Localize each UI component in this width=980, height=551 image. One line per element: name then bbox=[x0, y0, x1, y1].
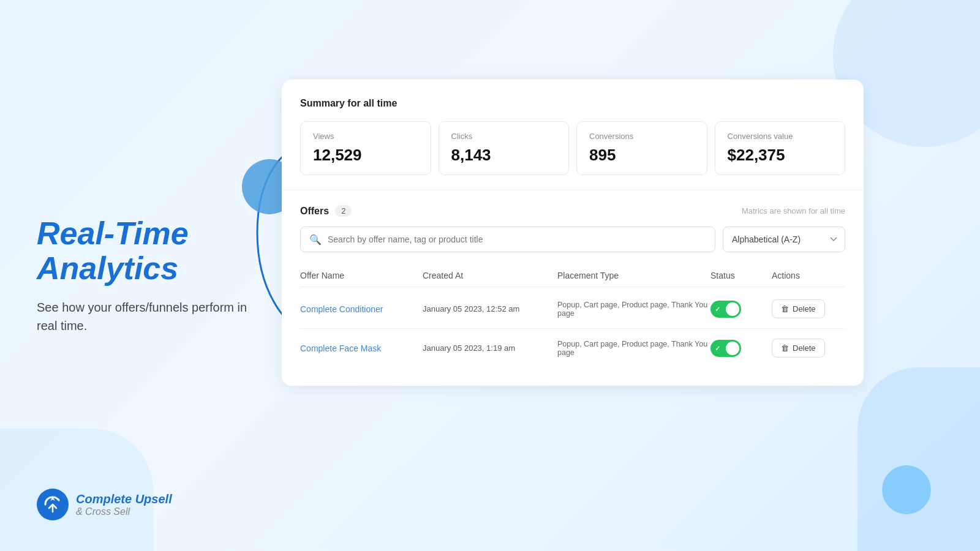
search-input[interactable] bbox=[328, 234, 706, 244]
table-header-cell: Placement Type bbox=[557, 271, 710, 280]
logo-sub: & Cross Sell bbox=[76, 506, 172, 517]
trash-icon: 🗑 bbox=[781, 343, 789, 353]
metric-card: Clicks 8,143 bbox=[439, 121, 570, 175]
table-row: Complete Face Mask January 05 2023, 1:19… bbox=[300, 329, 845, 367]
metric-card: Conversions 895 bbox=[576, 121, 707, 175]
delete-label: Delete bbox=[793, 343, 816, 353]
table-header-cell: Status bbox=[710, 271, 772, 280]
metric-card: Conversions value $22,375 bbox=[715, 121, 846, 175]
table-header: Offer NameCreated AtPlacement TypeStatus… bbox=[300, 264, 845, 287]
placement-cell: Popup, Cart page, Product page, Thank Yo… bbox=[557, 301, 710, 318]
status-cell[interactable]: ✓ bbox=[710, 301, 772, 318]
table-header-cell: Actions bbox=[772, 271, 845, 280]
offer-name-link[interactable]: Complete Face Mask bbox=[300, 343, 381, 353]
metric-value: $22,375 bbox=[728, 146, 833, 165]
offer-name-cell[interactable]: Complete Face Mask bbox=[300, 343, 423, 354]
toggle-checkmark: ✓ bbox=[715, 344, 720, 352]
search-icon: 🔍 bbox=[309, 234, 322, 246]
metric-value: 12,529 bbox=[313, 146, 418, 165]
main-card: Summary for all time Views 12,529 Clicks… bbox=[282, 80, 864, 386]
created-at-cell: January 05 2023, 12:52 am bbox=[423, 304, 557, 313]
status-toggle[interactable]: ✓ bbox=[710, 301, 741, 318]
offers-section: Offers 2 Matrics are shown for all time … bbox=[300, 205, 845, 367]
trash-icon: 🗑 bbox=[781, 304, 789, 313]
sort-select[interactable]: Alphabetical (A-Z)Alphabetical (Z-A)Newe… bbox=[723, 227, 845, 252]
offers-table: Offer NameCreated AtPlacement TypeStatus… bbox=[300, 264, 845, 367]
status-cell[interactable]: ✓ bbox=[710, 340, 772, 357]
metric-label: Clicks bbox=[451, 132, 557, 141]
metrics-note: Matrics are shown for all time bbox=[742, 206, 845, 216]
delete-button[interactable]: 🗑 Delete bbox=[772, 299, 825, 318]
placement-cell: Popup, Cart page, Product page, Thank Yo… bbox=[557, 340, 710, 357]
search-box[interactable]: 🔍 bbox=[300, 227, 715, 252]
metric-value: 895 bbox=[589, 146, 695, 165]
delete-button[interactable]: 🗑 Delete bbox=[772, 339, 825, 358]
status-toggle[interactable]: ✓ bbox=[710, 340, 741, 357]
logo-text: Complete Upsell & Cross Sell bbox=[76, 492, 172, 517]
delete-label: Delete bbox=[793, 304, 816, 313]
section-divider bbox=[282, 190, 864, 190]
table-body: Complete Conditioner January 05 2023, 12… bbox=[300, 290, 845, 367]
toggle-slider: ✓ bbox=[710, 340, 741, 357]
offers-header: Offers 2 Matrics are shown for all time bbox=[300, 205, 845, 217]
metric-label: Conversions bbox=[589, 132, 695, 141]
metric-label: Conversions value bbox=[728, 132, 833, 141]
table-header-cell: Created At bbox=[423, 271, 557, 280]
offer-name-link[interactable]: Complete Conditioner bbox=[300, 304, 383, 314]
metric-card: Views 12,529 bbox=[300, 121, 431, 175]
offer-name-cell[interactable]: Complete Conditioner bbox=[300, 304, 423, 315]
actions-cell: 🗑 Delete bbox=[772, 339, 845, 358]
metric-value: 8,143 bbox=[451, 146, 557, 165]
summary-section: Summary for all time Views 12,529 Clicks… bbox=[300, 98, 845, 175]
toggle-checkmark: ✓ bbox=[715, 305, 720, 313]
created-at-cell: January 05 2023, 1:19 am bbox=[423, 343, 557, 353]
offers-title-group: Offers 2 bbox=[300, 205, 352, 217]
search-sort-row: 🔍 Alphabetical (A-Z)Alphabetical (Z-A)Ne… bbox=[300, 227, 845, 252]
logo-name: Complete Upsell bbox=[76, 492, 172, 506]
logo: Complete Upsell & Cross Sell bbox=[37, 489, 172, 520]
offers-badge: 2 bbox=[335, 205, 352, 217]
summary-title: Summary for all time bbox=[300, 98, 845, 109]
metric-label: Views bbox=[313, 132, 418, 141]
actions-cell: 🗑 Delete bbox=[772, 299, 845, 318]
hero-subtitle: See how your offers/funnels perform in r… bbox=[37, 298, 257, 335]
offers-title: Offers bbox=[300, 206, 329, 217]
bg-decoration-right bbox=[858, 367, 980, 551]
metrics-row: Views 12,529 Clicks 8,143 Conversions 89… bbox=[300, 121, 845, 175]
table-header-cell: Offer Name bbox=[300, 271, 423, 280]
logo-icon bbox=[37, 489, 69, 520]
table-row: Complete Conditioner January 05 2023, 12… bbox=[300, 290, 845, 329]
toggle-slider: ✓ bbox=[710, 301, 741, 318]
